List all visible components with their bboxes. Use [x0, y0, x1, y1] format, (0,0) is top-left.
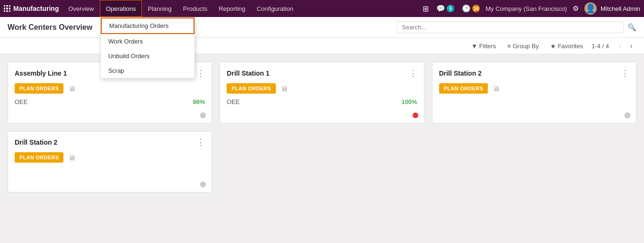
search-input[interactable]: [397, 21, 624, 33]
monitor-icon[interactable]: 🖥: [493, 85, 500, 93]
cards-bottom-grid: Drill Station 2 ⋮ PLAN ORDERS 🖥: [0, 131, 644, 200]
nav-overview[interactable]: Overview: [62, 0, 99, 17]
plan-orders-btn[interactable]: PLAN ORDERS: [15, 83, 63, 94]
pagination-controls: ‹ ›: [615, 41, 636, 51]
kebab-menu-btn[interactable]: ⋮: [196, 138, 205, 147]
monitor-icon[interactable]: 🖥: [281, 85, 288, 93]
top-navbar: Manufacturing Overview Operations Manufa…: [0, 0, 644, 17]
dropdown-unbuild-orders[interactable]: Unbuild Orders: [101, 49, 194, 63]
search-icon[interactable]: 🔍: [627, 23, 636, 32]
search-container: 🔍: [397, 21, 636, 33]
filterbar: ▼ Filters ≡ Group By ★ Favorites 1-4 / 4…: [0, 38, 644, 54]
grid-icon: [4, 5, 10, 12]
monitor-icon[interactable]: 🖥: [68, 85, 75, 93]
company-name[interactable]: My Company (San Francisco): [485, 5, 567, 12]
nav-products[interactable]: Products: [177, 0, 213, 17]
kebab-menu-btn[interactable]: ⋮: [196, 69, 205, 78]
card-drill-station-1: Drill Station 1 ⋮ PLAN ORDERS 🖥 OEE 100%: [220, 62, 424, 123]
pagination-info: 1-4 / 4: [591, 43, 609, 50]
app-name: Manufacturing: [13, 5, 59, 12]
avatar[interactable]: 👤: [584, 2, 597, 15]
card-title: Drill Station 2: [439, 69, 482, 77]
nav-configuration[interactable]: Configuration: [251, 0, 299, 17]
activity-badge: 34: [472, 5, 480, 12]
star-icon: ★: [550, 43, 556, 50]
dropdown-scrap[interactable]: Scrap: [101, 63, 194, 78]
status-indicator: [200, 113, 206, 118]
app-logo[interactable]: Manufacturing: [4, 5, 59, 12]
dropdown-manufacturing-orders[interactable]: Manufacturing Orders: [101, 17, 194, 34]
card-title: Drill Station 2: [15, 139, 57, 146]
nav-items: Overview Operations Manufacturing Orders…: [62, 0, 421, 17]
card-drill-station-2-top: Drill Station 2 ⋮ PLAN ORDERS 🖥: [432, 62, 636, 123]
oee-value: 100%: [401, 98, 417, 105]
topnav-right: ⊞ 💬 5 🕐 34 My Company (San Francisco) ⚙ …: [421, 2, 640, 15]
status-indicator: [413, 113, 418, 118]
nav-reporting[interactable]: Reporting: [213, 0, 251, 17]
oee-label: OEE: [227, 98, 239, 105]
filters-btn[interactable]: ▼ Filters: [468, 42, 499, 51]
monitor-icon[interactable]: 🖥: [68, 154, 75, 162]
prev-page-btn[interactable]: ‹: [615, 41, 625, 51]
oee-label: OEE: [15, 98, 27, 105]
plan-orders-btn[interactable]: PLAN ORDERS: [15, 152, 63, 163]
apps-menu-btn[interactable]: ⊞: [421, 4, 431, 13]
subbar: Work Centers Overview 🔍: [0, 17, 644, 38]
status-indicator: [200, 182, 206, 187]
settings-btn[interactable]: ⚙: [571, 4, 581, 13]
page-title: Work Centers Overview: [8, 23, 92, 32]
filter-icon: ▼: [471, 43, 477, 50]
plan-orders-btn[interactable]: PLAN ORDERS: [439, 83, 488, 94]
kebab-menu-btn[interactable]: ⋮: [621, 69, 629, 78]
chat-badge: 5: [447, 5, 454, 12]
dropdown-work-orders[interactable]: Work Orders: [101, 34, 194, 49]
kebab-menu-btn[interactable]: ⋮: [409, 69, 417, 78]
favorites-btn[interactable]: ★ Favorites: [547, 42, 586, 51]
card-title: Assembly Line 1: [15, 69, 67, 77]
card-title: Drill Station 1: [227, 69, 269, 77]
status-indicator: [625, 113, 630, 118]
chat-btn[interactable]: 💬 5: [434, 4, 456, 13]
nav-operations[interactable]: Operations Manufacturing Orders Work Ord…: [100, 0, 142, 17]
card-drill-station-2-bottom: Drill Station 2 ⋮ PLAN ORDERS 🖥: [8, 131, 212, 192]
oee-value: 98%: [193, 98, 205, 105]
nav-planning[interactable]: Planning: [142, 0, 177, 17]
next-page-btn[interactable]: ›: [626, 41, 636, 51]
activity-btn[interactable]: 🕐 34: [460, 4, 482, 13]
operations-dropdown: Manufacturing Orders Work Orders Unbuild…: [100, 17, 195, 78]
plan-orders-btn[interactable]: PLAN ORDERS: [227, 83, 275, 94]
cards-grid: Assembly Line 1 ⋮ PLAN ORDERS 🖥 OEE 98% …: [0, 54, 644, 131]
user-name: Mitchell Admin: [600, 5, 640, 12]
group-by-icon: ≡: [507, 43, 511, 50]
group-by-btn[interactable]: ≡ Group By: [504, 42, 542, 51]
